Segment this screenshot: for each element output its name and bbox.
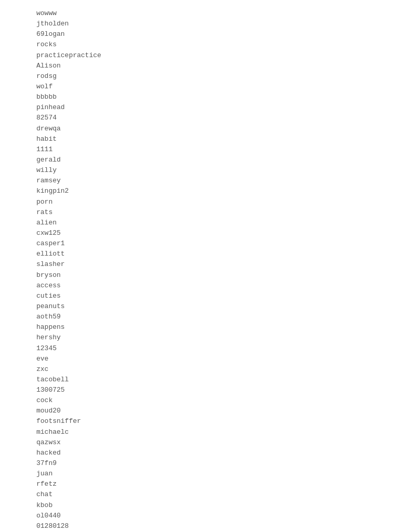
list-item: rats <box>36 207 363 218</box>
list-item: pinhead <box>36 102 363 113</box>
list-item: happens <box>36 322 363 332</box>
list-item: 12345 <box>36 343 363 354</box>
list-item: chat <box>36 489 363 500</box>
list-item: michaelc <box>36 427 363 437</box>
list-item: peanuts <box>36 301 363 312</box>
list-item: bryson <box>36 270 363 281</box>
list-item: footsniffer <box>36 416 363 427</box>
list-item: rocks <box>36 39 363 50</box>
list-item: jtholden <box>36 19 363 29</box>
list-item: habit <box>36 134 363 144</box>
list-item: elliott <box>36 249 363 259</box>
list-item: slasher <box>36 259 363 270</box>
list-item: 69logan <box>36 29 363 39</box>
list-item: cxw125 <box>36 228 363 238</box>
list-item: porn <box>36 197 363 207</box>
list-item: zxc <box>36 364 363 375</box>
list-item: wowww <box>36 8 363 19</box>
list-item: bbbbb <box>36 92 363 102</box>
list-item: drewqa <box>36 124 363 134</box>
list-item: moud20 <box>36 406 363 416</box>
list-item: 1111 <box>36 144 363 155</box>
list-item: ramsey <box>36 176 363 186</box>
list-item: 01280128 <box>36 521 363 531</box>
list-item: willy <box>36 165 363 176</box>
list-item: cuties <box>36 291 363 301</box>
list-item: rodsg <box>36 71 363 82</box>
list-item: eve <box>36 354 363 364</box>
list-item: tacobell <box>36 375 363 385</box>
list-item: ol0440 <box>36 511 363 521</box>
list-item: kbob <box>36 500 363 511</box>
list-item: aoth59 <box>36 312 363 322</box>
word-list: wowwwjtholden69loganrockspracticepractic… <box>36 8 363 532</box>
list-item: access <box>36 281 363 291</box>
list-item: hershy <box>36 332 363 343</box>
list-item: gerald <box>36 155 363 165</box>
list-item: Alison <box>36 61 363 71</box>
list-item: 1300725 <box>36 385 363 395</box>
list-item: alien <box>36 218 363 228</box>
list-item: cock <box>36 395 363 406</box>
list-item: qazwsx <box>36 437 363 448</box>
list-item: rfetz <box>36 479 363 489</box>
list-item: hacked <box>36 448 363 458</box>
list-item: practicepractice <box>36 50 363 61</box>
list-item: 37fn9 <box>36 458 363 469</box>
list-item: casper1 <box>36 238 363 249</box>
list-item: juan <box>36 469 363 479</box>
list-item: kingpin2 <box>36 186 363 196</box>
list-item: wolf <box>36 82 363 92</box>
list-item: 82574 <box>36 113 363 123</box>
